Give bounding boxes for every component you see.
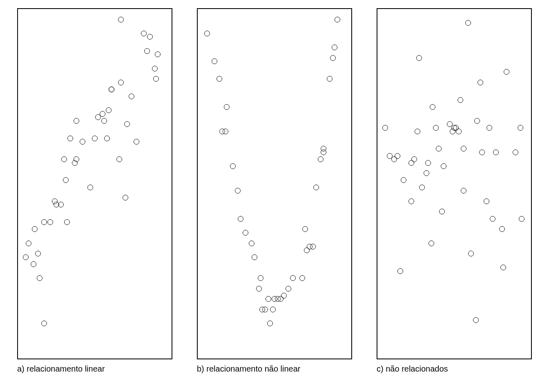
data-point xyxy=(513,149,518,155)
data-point xyxy=(436,146,442,151)
panel-c: c) não relacionados xyxy=(377,8,532,374)
data-point xyxy=(249,241,254,246)
data-point xyxy=(32,226,38,232)
data-point xyxy=(286,286,291,292)
data-point xyxy=(100,111,105,117)
data-point xyxy=(395,153,400,159)
data-point xyxy=(441,163,446,169)
data-point xyxy=(41,219,47,225)
data-point xyxy=(87,185,93,190)
data-point xyxy=(109,87,114,92)
data-point xyxy=(152,66,158,71)
data-point xyxy=(216,76,222,82)
data-point xyxy=(230,163,236,169)
data-point xyxy=(118,17,124,22)
data-point xyxy=(519,216,524,222)
data-point xyxy=(118,80,124,85)
data-point xyxy=(123,195,128,200)
data-point xyxy=(461,146,466,151)
data-point xyxy=(493,149,499,155)
data-point xyxy=(153,76,159,82)
data-point xyxy=(430,104,435,110)
data-point xyxy=(479,149,485,155)
data-point xyxy=(74,156,79,162)
data-point xyxy=(473,317,479,323)
data-point xyxy=(26,241,31,246)
data-point xyxy=(212,58,217,64)
data-point xyxy=(318,156,324,162)
data-point xyxy=(204,31,210,36)
data-point xyxy=(80,139,85,145)
data-point xyxy=(258,275,263,281)
chart-box-c xyxy=(377,8,532,359)
caption-c: c) não relacionados xyxy=(377,364,532,374)
data-point xyxy=(281,293,287,298)
data-point xyxy=(416,55,422,61)
data-point xyxy=(58,202,64,207)
data-point xyxy=(313,185,319,190)
data-point xyxy=(468,251,474,256)
data-point xyxy=(155,51,161,57)
chart-box-a xyxy=(17,8,172,359)
data-point xyxy=(458,97,463,103)
data-point xyxy=(270,307,276,312)
data-point xyxy=(238,216,243,222)
data-point xyxy=(478,80,483,85)
data-point xyxy=(302,226,308,232)
data-point xyxy=(397,268,403,274)
data-point xyxy=(500,265,506,270)
data-point xyxy=(401,177,406,183)
data-point xyxy=(23,254,29,260)
data-point xyxy=(124,121,130,127)
data-point xyxy=(67,136,73,141)
data-point xyxy=(439,209,445,214)
data-point xyxy=(518,125,523,131)
data-point xyxy=(147,34,153,40)
data-point xyxy=(433,125,439,131)
data-point xyxy=(41,321,47,326)
data-point xyxy=(424,170,429,176)
data-point xyxy=(61,156,67,162)
data-point xyxy=(74,118,79,124)
data-point xyxy=(408,198,414,204)
data-point xyxy=(144,48,150,54)
data-point xyxy=(116,156,122,162)
panel-a: a) relacionamento linear xyxy=(17,8,172,374)
data-point xyxy=(37,275,42,281)
caption-b: b) relacionamento não linear xyxy=(197,364,352,374)
data-point xyxy=(106,107,112,113)
data-point xyxy=(310,244,316,249)
data-point xyxy=(129,94,134,99)
data-point xyxy=(47,219,53,225)
data-point xyxy=(330,55,336,61)
data-point xyxy=(64,219,70,225)
caption-a: a) relacionamento linear xyxy=(17,364,172,374)
data-point xyxy=(428,241,434,246)
data-point xyxy=(499,226,505,232)
data-point xyxy=(415,129,420,134)
data-point xyxy=(35,251,41,256)
chart-box-b xyxy=(197,8,352,359)
data-point xyxy=(382,125,388,131)
data-point xyxy=(256,286,262,292)
data-point xyxy=(335,17,340,22)
data-point xyxy=(487,125,492,131)
data-point xyxy=(243,230,248,236)
data-point xyxy=(411,156,417,162)
data-point xyxy=(290,275,296,281)
data-point xyxy=(31,261,36,267)
data-point xyxy=(419,185,425,190)
data-point xyxy=(490,216,495,222)
data-point xyxy=(262,307,268,312)
data-point xyxy=(425,160,431,166)
data-point xyxy=(223,129,228,134)
data-point xyxy=(267,321,273,326)
data-point xyxy=(465,20,471,26)
data-point xyxy=(332,45,337,50)
panel-b: b) relacionamento não linear xyxy=(197,8,352,374)
data-point xyxy=(101,118,107,124)
data-point xyxy=(456,129,462,134)
data-point xyxy=(321,146,326,151)
data-point xyxy=(484,198,489,204)
data-point xyxy=(92,136,98,141)
